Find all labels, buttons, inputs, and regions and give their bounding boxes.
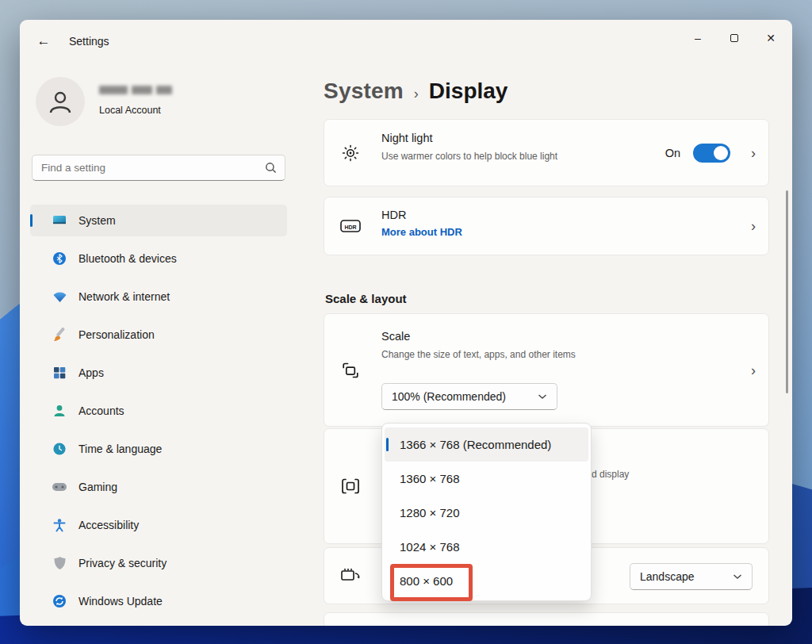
vertical-scrollbar[interactable] <box>786 190 788 393</box>
sidebar-item-accounts[interactable]: Accounts <box>30 395 287 427</box>
option-label: 1024 × 768 <box>400 540 460 554</box>
sidebar-item-time-language[interactable]: Time & language <box>30 433 287 465</box>
section-header-scale-layout: Scale & layout <box>325 292 407 305</box>
sidebar-item-label: Personalization <box>79 328 155 341</box>
sidebar-item-bluetooth-devices[interactable]: Bluetooth & devices <box>30 243 287 274</box>
person-icon <box>47 88 74 115</box>
resolution-option-1360x768[interactable]: 1360 × 768 <box>382 462 591 496</box>
maximize-button[interactable] <box>716 25 753 52</box>
accessibility-icon <box>52 517 67 533</box>
gamepad-icon <box>52 479 67 495</box>
sidebar-item-accessibility[interactable]: Accessibility <box>30 509 287 541</box>
back-arrow-icon: ← <box>37 33 51 49</box>
accounts-icon <box>52 403 67 419</box>
paintbrush-icon <box>52 327 67 343</box>
scale-icon <box>340 361 361 380</box>
sidebar-item-label: Gaming <box>79 481 117 493</box>
bluetooth-icon <box>52 251 67 266</box>
chevron-down-icon <box>538 393 547 400</box>
sidebar-item-label: Windows Update <box>79 595 163 608</box>
resolution-option-1024x768[interactable]: 1024 × 768 <box>382 530 591 564</box>
window-title: Settings <box>69 35 109 48</box>
update-icon <box>52 593 67 609</box>
sidebar-item-windows-update[interactable]: Windows Update <box>30 585 287 617</box>
sidebar-item-personalization[interactable]: Personalization <box>30 319 287 351</box>
close-icon: ✕ <box>766 32 776 44</box>
breadcrumb-system[interactable]: System <box>324 79 404 104</box>
close-button[interactable]: ✕ <box>753 25 789 52</box>
search-icon[interactable] <box>265 162 277 174</box>
sidebar-item-privacy-security[interactable]: Privacy & security <box>30 547 287 579</box>
option-label: 1366 × 768 (Recommended) <box>400 438 551 451</box>
resolution-option-1280x720[interactable]: 1280 × 720 <box>382 496 591 530</box>
avatar[interactable] <box>36 77 85 126</box>
sidebar-item-label: Privacy & security <box>79 557 167 569</box>
selection-accent-bar <box>386 438 389 451</box>
orientation-icon <box>340 567 361 585</box>
hdr-icon: HDR <box>340 219 361 233</box>
minimize-icon: – <box>695 32 701 44</box>
sidebar-nav: System Bluetooth & devices Network & int… <box>30 205 287 623</box>
night-light-title: Night light <box>381 132 432 144</box>
breadcrumb: System › Display <box>324 79 508 104</box>
system-icon <box>52 213 67 228</box>
page-title: Display <box>429 79 508 104</box>
chevron-right-icon[interactable]: › <box>751 362 756 378</box>
chevron-right-icon[interactable]: › <box>751 144 756 161</box>
resolution-dropdown-menu: 1366 × 768 (Recommended) 1360 × 768 1280… <box>381 423 592 601</box>
night-light-toggle[interactable] <box>693 144 730 163</box>
sidebar-item-label: Network & internet <box>79 290 170 303</box>
option-label: 800 × 600 <box>400 574 453 588</box>
clock-icon <box>52 441 67 457</box>
maximize-icon <box>730 34 738 42</box>
night-light-card[interactable]: Night light Use warmer colors to help bl… <box>324 119 769 186</box>
orientation-select-value: Landscape <box>640 570 695 583</box>
scale-title: Scale <box>381 330 410 343</box>
sidebar-item-label: Accessibility <box>79 519 139 531</box>
account-type-label: Local Account <box>99 105 161 116</box>
back-button[interactable]: ← <box>31 29 56 53</box>
search-input[interactable] <box>33 162 265 174</box>
sidebar-item-apps[interactable]: Apps <box>30 357 287 389</box>
night-light-controls: On <box>665 144 730 163</box>
toggle-knob <box>714 146 728 160</box>
night-light-status: On <box>665 147 680 159</box>
selection-accent-bar <box>30 214 33 227</box>
night-light-icon <box>340 144 361 163</box>
settings-window: ← Settings – ✕ Local Account <box>20 20 792 626</box>
hdr-card[interactable]: HDR HDR More about HDR › <box>324 197 769 255</box>
minimize-button[interactable]: – <box>680 25 716 52</box>
option-label: 1280 × 720 <box>400 506 460 519</box>
chevron-down-icon <box>733 573 742 580</box>
sidebar-item-label: System <box>79 214 116 227</box>
shield-icon <box>52 555 67 571</box>
scale-select-value: 100% (Recommended) <box>392 390 506 403</box>
resolution-icon <box>340 477 361 495</box>
orientation-select[interactable]: Landscape <box>630 563 753 590</box>
resolution-description-fragment: d display <box>592 469 629 480</box>
sidebar-item-label: Bluetooth & devices <box>79 252 177 265</box>
apps-icon <box>52 365 67 381</box>
scale-description: Change the size of text, apps, and other… <box>381 347 576 362</box>
hdr-more-link[interactable]: More about HDR <box>381 226 462 238</box>
hdr-title: HDR <box>381 209 406 221</box>
sidebar-item-label: Time & language <box>79 443 162 455</box>
sidebar-item-gaming[interactable]: Gaming <box>30 471 287 503</box>
breadcrumb-separator-icon: › <box>414 86 419 102</box>
resolution-option-1366x768[interactable]: 1366 × 768 (Recommended) <box>385 427 588 462</box>
account-name-redacted <box>99 86 172 94</box>
partial-card[interactable] <box>324 612 769 626</box>
svg-text:HDR: HDR <box>344 224 356 230</box>
resolution-option-800x600[interactable]: 800 × 600 <box>382 564 591 598</box>
window-controls: – ✕ <box>680 25 789 52</box>
sidebar-item-label: Apps <box>79 366 104 379</box>
scale-select[interactable]: 100% (Recommended) <box>381 383 557 410</box>
option-label: 1360 × 768 <box>400 472 460 485</box>
scale-card[interactable]: Scale Change the size of text, apps, and… <box>324 313 769 427</box>
sidebar-item-system[interactable]: System <box>30 205 287 236</box>
chevron-right-icon[interactable]: › <box>751 218 756 235</box>
search-box <box>32 155 285 181</box>
wifi-icon <box>52 289 67 305</box>
sidebar-item-network-internet[interactable]: Network & internet <box>30 281 287 312</box>
night-light-description: Use warmer colors to help block blue lig… <box>381 149 564 164</box>
